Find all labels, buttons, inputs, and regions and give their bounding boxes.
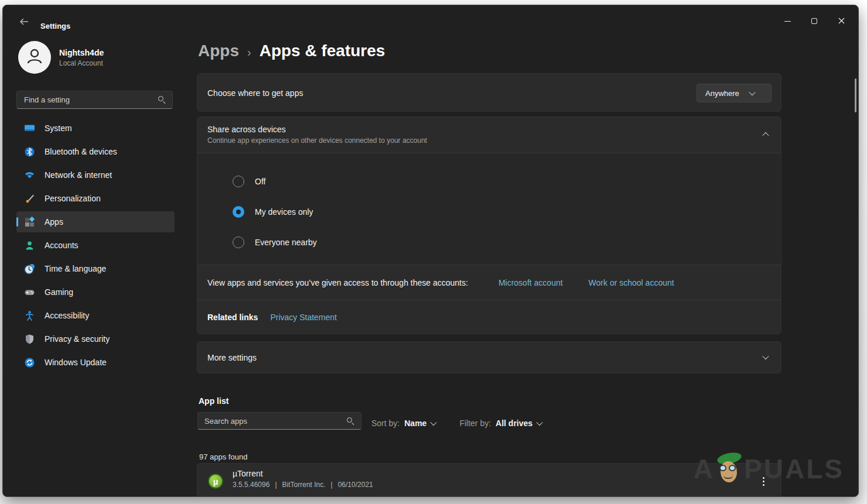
- app-options-kebab-menu[interactable]: [755, 473, 772, 489]
- sidebar-item-time-language[interactable]: Time & language: [16, 258, 175, 279]
- window-title: Settings: [40, 22, 70, 30]
- share-header[interactable]: Share across devices Continue app experi…: [197, 117, 781, 153]
- work-school-account-link[interactable]: Work or school account: [589, 278, 674, 287]
- radio-icon[interactable]: [233, 176, 244, 187]
- profile-name: Nightsh4de: [59, 48, 104, 57]
- filter-by-dropdown[interactable]: All drives: [496, 419, 542, 428]
- utorrent-app-icon: µ: [208, 474, 223, 489]
- app-install-date: 06/10/2021: [338, 481, 373, 489]
- app-meta: 3.5.5.46096 | BitTorrent Inc. | 06/10/20…: [233, 481, 373, 489]
- app-publisher: BitTorrent Inc.: [282, 481, 326, 489]
- sidebar-item-windows-update[interactable]: Windows Update: [16, 352, 175, 373]
- desktop-background: Settings Nightsh4de: [0, 0, 867, 504]
- profile-account-type: Local Account: [59, 59, 104, 67]
- apps-found-count: 97 apps found: [199, 452, 247, 461]
- sidebar-item-personalization[interactable]: Personalization: [16, 188, 175, 209]
- close-button[interactable]: [828, 12, 855, 30]
- search-icon: [347, 417, 355, 426]
- app-version: 3.5.5.46096: [233, 481, 269, 489]
- radio-icon[interactable]: [233, 236, 244, 248]
- breadcrumb: Apps › Apps & features: [198, 42, 385, 60]
- chevron-down-icon[interactable]: [762, 353, 769, 359]
- get-apps-dropdown[interactable]: Anywhere: [697, 84, 772, 102]
- back-button[interactable]: [15, 15, 33, 29]
- page-title: Apps & features: [260, 42, 385, 60]
- settings-window: Settings Nightsh4de: [2, 5, 859, 497]
- sort-filter-bar: Sort by: Name Filter by: All drives: [371, 419, 542, 428]
- titlebar: Settings: [3, 5, 858, 37]
- profile[interactable]: Nightsh4de Local Account: [16, 39, 175, 76]
- more-settings-card[interactable]: More settings: [197, 341, 781, 373]
- windows-update-icon: [24, 357, 35, 368]
- app-row-utorrent[interactable]: µ µTorrent 3.5.5.46096 | BitTorrent Inc.…: [197, 463, 781, 497]
- filter-by-label: Filter by:: [459, 419, 491, 428]
- sidebar-item-label: Bluetooth & devices: [45, 147, 117, 156]
- breadcrumb-separator-icon: ›: [247, 46, 251, 59]
- sidebar-item-gaming[interactable]: Gaming: [16, 282, 175, 303]
- chevron-down-icon: [536, 419, 542, 426]
- network-icon: [24, 170, 35, 181]
- microsoft-account-link[interactable]: Microsoft account: [499, 278, 563, 287]
- radio-option-my-devices-only[interactable]: My devices only: [233, 197, 781, 227]
- avatar: [18, 41, 51, 74]
- person-icon: [25, 46, 45, 68]
- close-icon: [838, 16, 845, 26]
- search-icon: [158, 96, 166, 104]
- sidebar-item-accounts[interactable]: Accounts: [16, 235, 175, 256]
- accounts-icon: [24, 240, 35, 251]
- sidebar-item-system[interactable]: System: [16, 118, 175, 139]
- related-links-row: Related links Privacy Statement: [197, 300, 781, 334]
- sidebar-item-label: Privacy & security: [45, 334, 110, 344]
- related-links-label: Related links: [207, 313, 258, 322]
- sidebar: Nightsh4de Local Account System: [16, 39, 175, 375]
- vertical-scrollbar[interactable]: [855, 78, 856, 112]
- sidebar-item-apps[interactable]: Apps: [16, 211, 175, 232]
- chevron-up-icon[interactable]: [762, 132, 769, 139]
- personalization-icon: [24, 193, 35, 204]
- search-apps-input[interactable]: [198, 413, 361, 429]
- share-subtitle: Continue app experiences on other device…: [207, 136, 427, 145]
- search-apps-box: [197, 412, 361, 430]
- sidebar-item-label: Windows Update: [45, 358, 107, 367]
- sidebar-item-bluetooth[interactable]: Bluetooth & devices: [16, 141, 175, 162]
- app-list-heading: App list: [199, 396, 228, 406]
- sidebar-item-label: Apps: [45, 217, 63, 227]
- sidebar-item-label: Network & internet: [45, 170, 112, 180]
- gaming-icon: [24, 287, 35, 298]
- back-arrow-icon: [19, 18, 29, 25]
- dropdown-value: Anywhere: [705, 89, 739, 98]
- maximize-button[interactable]: [801, 12, 828, 30]
- radio-selected-icon[interactable]: [233, 206, 244, 218]
- chevron-down-icon: [431, 419, 437, 426]
- find-setting-box: [16, 91, 173, 109]
- sidebar-item-network[interactable]: Network & internet: [16, 164, 175, 186]
- get-apps-card: Choose where to get apps Anywhere: [197, 73, 781, 112]
- maximize-icon: [811, 18, 817, 24]
- chevron-down-icon: [749, 89, 755, 95]
- sort-by-dropdown[interactable]: Name: [404, 419, 436, 428]
- privacy-statement-link[interactable]: Privacy Statement: [270, 313, 337, 322]
- minimize-icon: [784, 21, 791, 22]
- sidebar-item-label: Accounts: [45, 241, 78, 250]
- share-across-devices-card: Share across devices Continue app experi…: [197, 116, 781, 334]
- sidebar-item-accessibility[interactable]: Accessibility: [16, 305, 175, 326]
- sidebar-item-label: System: [45, 124, 72, 133]
- breadcrumb-parent[interactable]: Apps: [198, 42, 239, 60]
- share-access-row: View apps and services you’ve given acce…: [197, 265, 781, 300]
- radio-option-everyone-nearby[interactable]: Everyone nearby: [233, 227, 781, 258]
- find-setting-input[interactable]: [17, 91, 172, 108]
- window-controls: [774, 12, 855, 30]
- sort-by-label: Sort by:: [371, 419, 400, 428]
- minimize-button[interactable]: [774, 12, 801, 30]
- time-language-icon: [24, 263, 35, 275]
- radio-option-off[interactable]: Off: [233, 166, 781, 197]
- accessibility-icon: [24, 310, 35, 321]
- get-apps-label: Choose where to get apps: [207, 88, 303, 98]
- apps-icon: [24, 217, 35, 228]
- sidebar-item-label: Accessibility: [45, 311, 89, 320]
- share-options: Off My devices only Everyone nearby: [197, 153, 781, 265]
- sidebar-item-label: Personalization: [45, 194, 101, 203]
- sidebar-item-privacy-security[interactable]: Privacy & security: [16, 328, 175, 349]
- more-settings-label: More settings: [207, 353, 257, 362]
- shield-icon: [24, 334, 35, 345]
